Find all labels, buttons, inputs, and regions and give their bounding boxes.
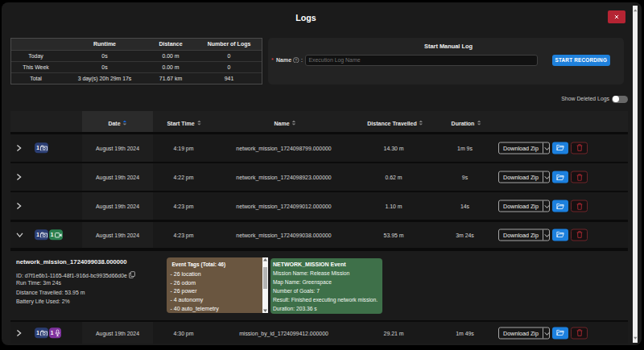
svg-text:?: ? (295, 57, 297, 62)
